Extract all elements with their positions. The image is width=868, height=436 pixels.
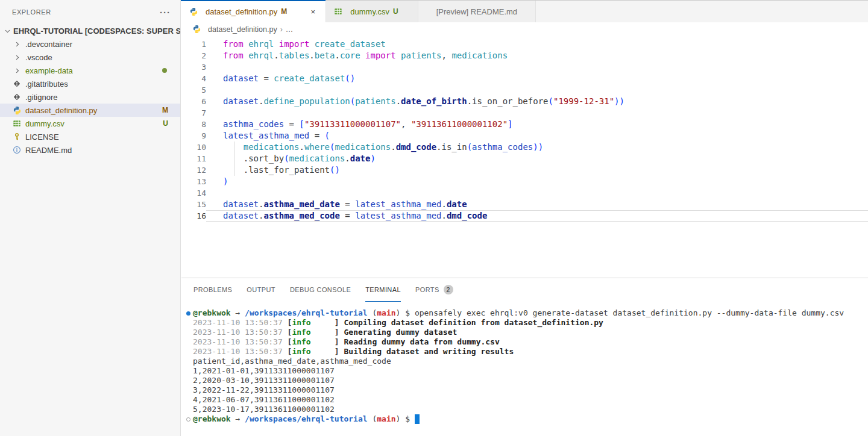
line-number[interactable]: 11 [181,153,206,164]
command-decoration-filled-circle-icon[interactable] [184,308,193,318]
tab-bar: dataset_definition.pyM×dummy.csvU[Previe… [181,0,868,22]
more-actions-icon[interactable]: ··· [160,7,171,17]
code-line-content [206,61,868,73]
breadcrumb-separator: › [280,25,283,34]
panel-tab-problems[interactable]: PROBLEMS [193,278,232,302]
chevron-down-icon [2,26,12,36]
code-line-content: ) [206,176,868,187]
csv-icon [12,119,22,128]
tree-item-readme.md[interactable]: README.md [0,143,180,157]
tree-item-label: .gitattributes [25,79,68,89]
breadcrumb[interactable]: dataset_definition.py › … [181,22,868,36]
tab-git-badge: M [281,7,287,16]
tree-item-.gitattributes[interactable]: .gitattributes [0,77,180,90]
code-line-content: .last_for_patient() [206,164,868,176]
terminal-gutter [184,357,193,366]
line-number[interactable]: 4 [181,73,206,84]
tab-dataset-definition.py[interactable]: dataset_definition.pyM× [181,1,326,22]
tree-item-label: .devcontainer [25,40,72,49]
code-line-12[interactable]: 12 .last_for_patient() [181,164,868,176]
license-icon [12,132,22,142]
line-number[interactable]: 2 [181,50,206,61]
code-line-content: dataset = create_dataset() [206,73,868,84]
code-line-3[interactable]: 3 [181,61,868,73]
explorer-header: EXPLORER ··· [0,0,180,24]
line-number[interactable]: 9 [181,130,206,142]
chevron-right-icon [12,39,22,49]
tree-root-folder[interactable]: EHRQL-TUTORIAL [CODESPACES: SUPER SPACE … [0,24,180,37]
code-line-4[interactable]: 4dataset = create_dataset() [181,73,868,84]
line-number[interactable]: 13 [181,176,206,187]
panel-tab-label: OUTPUT [247,286,275,293]
line-number[interactable]: 7 [181,107,206,119]
panel-tab-label: PORTS [415,286,439,293]
line-number[interactable]: 1 [181,39,206,50]
code-line-7[interactable]: 7 [181,107,868,119]
line-number[interactable]: 14 [181,187,206,199]
line-number[interactable]: 12 [181,164,206,176]
tree-item-label: README.md [25,146,72,155]
explorer-title: EXPLORER [12,8,51,16]
tree-item-example-data[interactable]: example-data [0,64,180,77]
tree-item-.devcontainer[interactable]: .devcontainer [0,37,180,51]
indent-guide [234,164,234,176]
terminal-gutter [184,366,193,376]
code-line-16[interactable]: 16dataset.asthma_med_code = latest_asthm… [181,210,868,222]
terminal-cursor [415,414,420,424]
tree-item-.gitignore[interactable]: .gitignore [0,90,180,104]
chevron-right-icon [12,52,22,62]
terminal-line: 3,2022-11-22,39113311000001107 [184,385,868,395]
python-icon [189,7,198,16]
tree-item-dummy.csv[interactable]: dummy.csvU [0,117,180,130]
code-line-10[interactable]: 10 medications.where(medications.dmd_cod… [181,142,868,153]
code-line-11[interactable]: 11 .sort_by(medications.date) [181,153,868,164]
terminal-gutter [184,385,193,395]
line-number[interactable]: 8 [181,119,206,130]
line-number[interactable]: 15 [181,199,206,210]
line-number[interactable]: 16 [181,210,206,222]
ports-count-badge: 2 [444,285,453,294]
breadcrumb-more[interactable]: … [286,25,294,34]
tab--preview--readme.md[interactable]: [Preview] README.md [418,1,536,22]
terminal[interactable]: @rebkwok → /workspaces/ehrql-tutorial (m… [181,302,868,424]
code-line-13[interactable]: 13) [181,176,868,187]
tab-label: dataset_definition.py [206,7,277,16]
tab-label: dummy.csv [350,7,389,16]
code-line-6[interactable]: 6dataset.define_population(patients.date… [181,96,868,107]
info-icon [12,145,22,155]
code-line-9[interactable]: 9latest_asthma_med = ( [181,130,868,142]
python-icon [12,105,22,115]
close-icon[interactable]: × [307,6,318,17]
line-number[interactable]: 10 [181,142,206,153]
line-number[interactable]: 5 [181,84,206,96]
line-number[interactable]: 6 [181,96,206,107]
tree-item-dataset-definition.py[interactable]: dataset_definition.pyM [0,104,180,117]
terminal-line: 2023-11-10 13:50:37 [info ] Generating d… [184,328,868,337]
terminal-gutter [184,328,193,337]
tree-item-.vscode[interactable]: .vscode [0,51,180,64]
code-line-content [206,84,868,96]
code-line-15[interactable]: 15dataset.asthma_med_date = latest_asthm… [181,199,868,210]
code-line-14[interactable]: 14 [181,187,868,199]
code-line-content [206,107,868,119]
tree-item-license[interactable]: LICENSE [0,130,180,143]
tab-dummy.csv[interactable]: dummy.csvU [326,1,418,22]
tab-label: [Preview] README.md [436,7,517,16]
panel-tab-ports[interactable]: PORTS2 [415,278,453,302]
code-line-content: latest_asthma_med = ( [206,130,868,142]
panel-tab-label: TERMINAL [365,286,401,293]
code-line-content: asthma_codes = ["39113311000001107", "39… [206,119,868,130]
breadcrumb-file[interactable]: dataset_definition.py [208,25,277,34]
code-editor[interactable]: 1from ehrql import create_dataset2from e… [181,36,868,222]
panel-tab-debug-console[interactable]: DEBUG CONSOLE [290,278,351,302]
code-line-8[interactable]: 8asthma_codes = ["39113311000001107", "3… [181,119,868,130]
tree-item-label: example-data [25,66,73,75]
command-decoration-hollow-circle-icon[interactable] [184,414,193,424]
csv-icon [333,7,343,16]
line-number[interactable]: 3 [181,61,206,73]
panel-tab-terminal[interactable]: TERMINAL [365,278,401,302]
panel-tab-output[interactable]: OUTPUT [247,278,275,302]
code-line-2[interactable]: 2from ehrql.tables.beta.core import pati… [181,50,868,61]
code-line-5[interactable]: 5 [181,84,868,96]
code-line-1[interactable]: 1from ehrql import create_dataset [181,39,868,50]
